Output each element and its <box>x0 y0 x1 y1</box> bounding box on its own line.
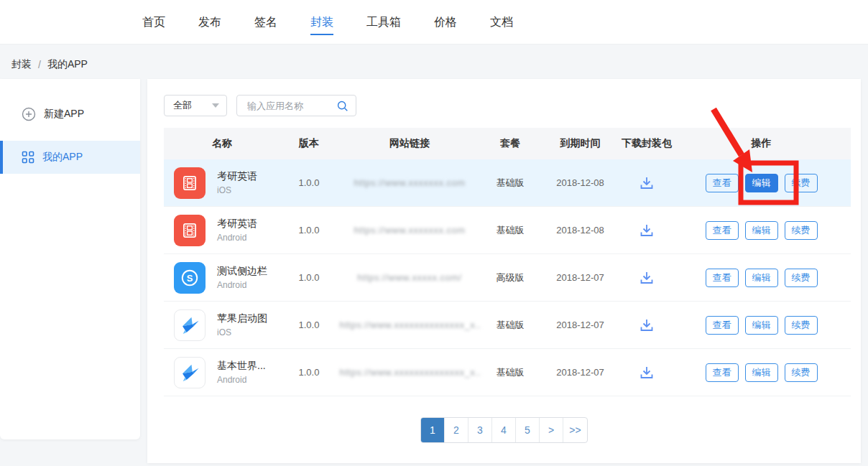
nav-item-home[interactable]: 首页 <box>142 0 165 45</box>
website-link-blurred: https://www.xxxxxxx.com <box>354 225 465 236</box>
filter-dropdown-value: 全部 <box>173 99 192 112</box>
website-link-blurred: https://www.xxxxx.com/ <box>357 272 461 283</box>
nav-item-sign[interactable]: 签名 <box>254 0 277 45</box>
page-button-3[interactable]: 3 <box>468 418 492 442</box>
app-name: 苹果启动图 <box>217 312 267 325</box>
col-header-expiry: 到期时间 <box>539 137 622 150</box>
app-platform: Android <box>217 375 266 385</box>
plan-badge: 高级版 <box>481 271 539 284</box>
page-button-5[interactable]: 5 <box>516 418 540 442</box>
plan-badge: 基础版 <box>481 224 539 237</box>
table-header: 名称 版本 网站链接 套餐 到期时间 下载封装包 操作 <box>164 128 851 159</box>
col-header-plan: 套餐 <box>481 137 539 150</box>
breadcrumb-current: 我的APP <box>47 58 88 71</box>
expiry-date: 2018-12-07 <box>539 272 622 283</box>
col-header-link: 网站链接 <box>338 137 481 150</box>
s-circle-icon: S <box>174 262 206 294</box>
toolbar: 全部 <box>164 95 356 116</box>
expiry-date: 2018-12-08 <box>539 225 622 236</box>
chevron-down-icon <box>212 103 219 108</box>
renew-button[interactable]: 续费 <box>785 221 818 240</box>
table-row: 基本世界... Android 1.0.0 https://www.xxxxxx… <box>164 349 851 396</box>
website-link-blurred: https://www.xxxxxxx.com <box>354 177 465 188</box>
app-version: 1.0.0 <box>280 177 338 188</box>
download-icon[interactable] <box>638 269 655 286</box>
sidebar-item-my-apps[interactable]: 我的APP <box>0 141 140 174</box>
app-name: 测试侧边栏 <box>217 265 267 278</box>
sidebar: 新建APP 我的APP <box>0 79 140 439</box>
app-platform: iOS <box>217 327 267 337</box>
website-link-blurred: https://www.xxxxxxxxxxxxxx_x... <box>340 320 480 330</box>
view-button[interactable]: 查看 <box>706 316 739 335</box>
page-button-1[interactable]: 1 <box>421 418 445 442</box>
sidebar-item-label: 我的APP <box>42 151 83 164</box>
edit-button[interactable]: 编辑 <box>745 316 778 335</box>
expiry-date: 2018-12-07 <box>539 367 622 378</box>
renew-button[interactable]: 续费 <box>785 269 818 287</box>
col-header-version: 版本 <box>280 137 338 150</box>
app-name: 考研英语 <box>217 218 257 230</box>
app-name: 考研英语 <box>217 170 257 183</box>
grid-icon <box>22 151 34 164</box>
search-icon[interactable] <box>336 100 348 112</box>
breadcrumb: 封装 / 我的APP <box>11 58 88 71</box>
renew-button[interactable]: 续费 <box>785 174 818 192</box>
last-page-button[interactable]: >> <box>563 418 587 442</box>
renew-button[interactable]: 续费 <box>785 363 818 382</box>
nav-item-package[interactable]: 封装 <box>310 0 333 45</box>
sidebar-item-new-app[interactable]: 新建APP <box>0 93 140 135</box>
origami-bird-icon <box>174 309 206 341</box>
edit-button[interactable]: 编辑 <box>745 363 778 382</box>
plan-badge: 基础版 <box>481 319 539 332</box>
col-header-download: 下载封装包 <box>622 137 672 150</box>
nav-item-toolbox[interactable]: 工具箱 <box>366 0 401 45</box>
page-button-4[interactable]: 4 <box>492 418 516 442</box>
view-button[interactable]: 查看 <box>706 174 739 192</box>
svg-text:S: S <box>187 272 193 283</box>
download-icon[interactable] <box>638 364 655 381</box>
expiry-date: 2018-12-08 <box>539 177 622 188</box>
view-button[interactable]: 查看 <box>706 221 739 240</box>
table-row: 考研英语 Android 1.0.0 https://www.xxxxxxx.c… <box>164 207 851 254</box>
expiry-date: 2018-12-07 <box>539 320 622 330</box>
nav-item-docs[interactable]: 文档 <box>490 0 513 45</box>
edit-button[interactable]: 编辑 <box>745 221 778 240</box>
sidebar-item-label: 新建APP <box>44 108 84 121</box>
top-nav: 首页 发布 签名 封装 工具箱 价格 文档 <box>0 0 868 45</box>
next-page-button[interactable]: > <box>540 418 563 442</box>
search-input[interactable] <box>246 100 336 112</box>
filter-dropdown[interactable]: 全部 <box>164 95 227 116</box>
breadcrumb-section[interactable]: 封装 <box>11 58 32 71</box>
table-row: 考研英语 iOS 1.0.0 https://www.xxxxxxx.com 基… <box>164 159 851 207</box>
plan-badge: 基础版 <box>481 366 539 379</box>
app-version: 1.0.0 <box>280 367 338 378</box>
app-name: 基本世界... <box>217 360 266 373</box>
app-version: 1.0.0 <box>280 320 338 330</box>
app-platform: iOS <box>217 185 257 195</box>
view-button[interactable]: 查看 <box>706 269 739 287</box>
page-button-2[interactable]: 2 <box>445 418 468 442</box>
edit-button[interactable]: 编辑 <box>745 174 778 192</box>
table-row: 苹果启动图 iOS 1.0.0 https://www.xxxxxxxxxxxx… <box>164 302 851 349</box>
view-button[interactable]: 查看 <box>706 363 739 382</box>
app-platform: Android <box>217 280 267 290</box>
website-link-blurred: https://www.xxxxxxxxxxxxxx_x... <box>340 367 480 378</box>
table-row: S 测试侧边栏 Android 1.0.0 https://www.xxxxx.… <box>164 254 851 302</box>
film-icon <box>174 167 206 199</box>
edit-button[interactable]: 编辑 <box>745 269 778 287</box>
main-panel: 全部 名称 版本 网站链接 套餐 到期时间 下载封装包 操作 <box>147 79 861 463</box>
plus-circle-icon <box>22 107 36 121</box>
download-icon[interactable] <box>638 174 655 192</box>
col-header-name: 名称 <box>164 137 280 150</box>
renew-button[interactable]: 续费 <box>785 316 818 335</box>
app-table: 名称 版本 网站链接 套餐 到期时间 下载封装包 操作 考研英语 iOS 1.0… <box>164 128 851 396</box>
nav-item-publish[interactable]: 发布 <box>198 0 221 45</box>
nav-item-price[interactable]: 价格 <box>434 0 457 45</box>
breadcrumb-separator: / <box>38 59 41 70</box>
app-version: 1.0.0 <box>280 225 338 236</box>
download-icon[interactable] <box>638 317 655 334</box>
film-icon <box>174 215 206 246</box>
download-icon[interactable] <box>638 222 655 239</box>
search-box <box>236 95 356 116</box>
origami-bird-icon <box>174 357 206 388</box>
